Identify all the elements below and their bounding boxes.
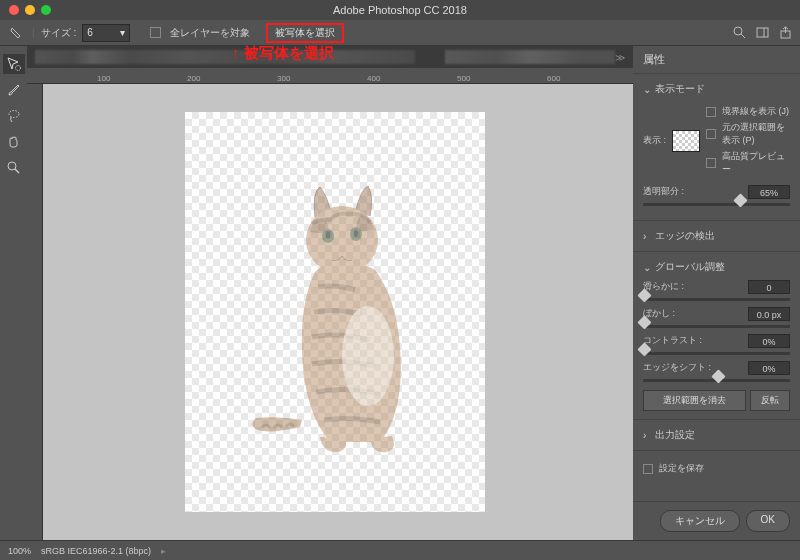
all-layers-label: 全レイヤーを対象 [170, 26, 250, 40]
document[interactable] [185, 112, 485, 512]
panel-title: 属性 [633, 46, 800, 74]
toolbar [0, 46, 27, 540]
tutorial-annotation: ↑ 被写体を選択 [232, 44, 334, 63]
high-quality-checkbox[interactable] [706, 158, 716, 168]
tool-preset-icon[interactable] [8, 24, 26, 42]
vertical-ruler [27, 84, 43, 540]
contrast-value[interactable]: 0% [748, 334, 790, 348]
maximize-window-button[interactable] [41, 5, 51, 15]
status-bar: 100% sRGB IEC61966-2.1 (8bpc) ▸ [0, 540, 800, 560]
invert-button[interactable]: 反転 [750, 390, 790, 411]
size-label: サイズ : [41, 26, 77, 40]
svg-point-14 [342, 306, 394, 406]
search-icon[interactable] [733, 26, 746, 39]
contrast-label: コントラスト : [643, 334, 702, 348]
view-mode-swatch[interactable] [672, 130, 700, 152]
panel-icon[interactable] [756, 26, 769, 39]
cancel-button[interactable]: キャンセル [660, 510, 740, 532]
hand-tool[interactable] [3, 132, 25, 152]
feather-slider[interactable] [643, 325, 790, 328]
svg-rect-2 [757, 28, 768, 37]
shift-label: エッジをシフト : [643, 361, 711, 375]
contrast-slider[interactable] [643, 352, 790, 355]
svg-point-12 [326, 231, 330, 239]
section-view-mode[interactable]: ⌄表示モード [643, 82, 790, 96]
canvas-area: ≫ 100 200 300 400 500 600 [27, 46, 633, 540]
options-bar: | サイズ : 6▾ 全レイヤーを対象 被写体を選択 [0, 20, 800, 46]
svg-point-13 [354, 229, 358, 237]
color-profile: sRGB IEC61966-2.1 (8bpc) [41, 546, 151, 556]
canvas-viewport[interactable] [27, 84, 633, 540]
show-edge-checkbox[interactable] [706, 107, 716, 117]
smooth-value[interactable]: 0 [748, 280, 790, 294]
size-select[interactable]: 6▾ [82, 24, 130, 42]
svg-point-7 [8, 162, 16, 170]
brush-tool[interactable] [3, 80, 25, 100]
properties-panel: 属性 ⌄表示モード 表示 : 境界線を表示 (J) 元の選択範囲を表示 (P) … [633, 46, 800, 540]
shift-slider[interactable] [643, 379, 790, 382]
cat-subject-image [240, 172, 440, 472]
clear-selection-button[interactable]: 選択範囲を消去 [643, 390, 746, 411]
feather-value[interactable]: 0.0 px [748, 307, 790, 321]
quick-select-tool[interactable] [3, 54, 25, 74]
shift-value[interactable]: 0% [748, 361, 790, 375]
section-edge-detection[interactable]: ›エッジの検出 [643, 229, 790, 243]
svg-point-5 [15, 66, 20, 71]
zoom-tool[interactable] [3, 158, 25, 178]
ok-button[interactable]: OK [746, 510, 790, 532]
close-window-button[interactable] [9, 5, 19, 15]
zoom-level[interactable]: 100% [8, 546, 31, 556]
smooth-label: 滑らかに : [643, 280, 684, 294]
show-original-checkbox[interactable] [706, 129, 716, 139]
window-title: Adobe Photoshop CC 2018 [333, 4, 467, 16]
transparency-slider[interactable] [643, 203, 790, 206]
section-output[interactable]: ›出力設定 [643, 428, 790, 442]
svg-line-1 [741, 34, 745, 38]
section-global-adjust[interactable]: ⌄グローバル調整 [643, 260, 790, 274]
all-layers-checkbox[interactable] [150, 27, 161, 38]
transparency-label: 透明部分 : [643, 185, 684, 199]
svg-point-0 [734, 27, 742, 35]
show-label: 表示 : [643, 134, 666, 147]
titlebar: Adobe Photoshop CC 2018 [0, 0, 800, 20]
transparency-value[interactable]: 65% [748, 185, 790, 199]
svg-line-8 [15, 169, 19, 173]
svg-point-6 [9, 111, 19, 118]
smooth-slider[interactable] [643, 298, 790, 301]
select-subject-button[interactable]: 被写体を選択 [266, 23, 344, 43]
save-settings-checkbox[interactable] [643, 464, 653, 474]
tab-blurred [445, 50, 615, 64]
tab-blurred [35, 50, 415, 64]
tab-nav-icon[interactable]: ≫ [615, 52, 625, 63]
minimize-window-button[interactable] [25, 5, 35, 15]
share-icon[interactable] [779, 26, 792, 39]
lasso-tool[interactable] [3, 106, 25, 126]
horizontal-ruler: 100 200 300 400 500 600 [27, 68, 633, 84]
